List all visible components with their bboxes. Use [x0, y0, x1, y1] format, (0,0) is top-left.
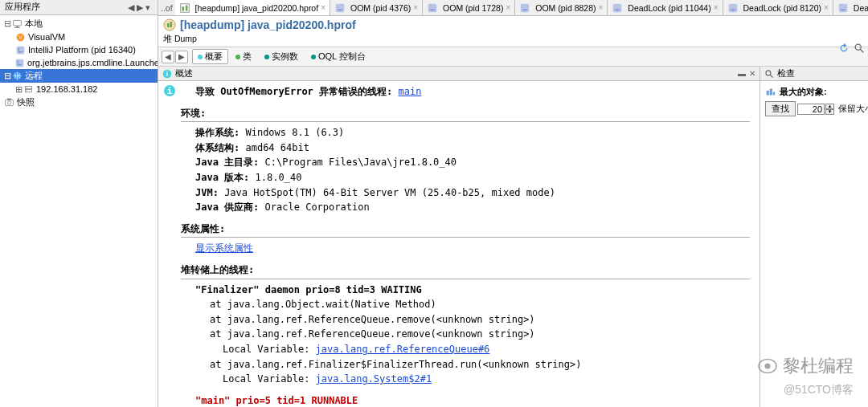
count-input[interactable]: [797, 104, 825, 115]
tree-label: IntelliJ Platform (pid 16340): [28, 45, 136, 55]
tab-oql[interactable]: OQL 控制台: [305, 49, 371, 64]
show-sysprops-link[interactable]: 显示系统属性: [195, 242, 253, 254]
svg-rect-21: [613, 3, 622, 12]
tree-label: org.jetbrains.jps.cmdline.Launcher (: [27, 58, 158, 67]
applications-header: 应用程序 ◀ ▶ ▾: [0, 0, 158, 15]
tab-overview[interactable]: 概要: [192, 49, 228, 64]
env-jvm: JVM: Java HotSpot(TM) 64-Bit Server VM (…: [181, 185, 750, 201]
refresh-icon[interactable]: [838, 43, 850, 54]
find-button[interactable]: 查找: [765, 101, 796, 116]
inspect-panel: 检查 ▬✕ 最大的对象: 查找 ▲▼ 保留大小最大的对象: 查找: [760, 67, 868, 407]
tab-label: OOM (pid 8828): [535, 3, 596, 13]
tree-node-remote-host[interactable]: ⊞ 192.168.31.182: [0, 83, 158, 96]
info-icon: i: [163, 84, 176, 97]
close-icon[interactable]: ×: [599, 3, 604, 12]
java-app-icon: [837, 2, 849, 14]
info-dot-icon: [198, 55, 203, 59]
search-icon: [764, 69, 774, 79]
tab-label: DeadLock (pid 8120): [743, 3, 821, 13]
editor-tabs: ..of [heapdump] java_pid20200.hprof× OOM…: [158, 0, 868, 16]
main-panel: ..of [heapdump] java_pid20200.hprof× OOM…: [158, 0, 868, 407]
overview-header: i 概述 ▬✕: [158, 67, 760, 81]
server-icon: [23, 83, 34, 95]
tab-label: [heapdump] java_pid20200.hprof: [195, 3, 319, 13]
applications-panel: 应用程序 ◀ ▶ ▾ ⊟ 本地 V VisualVM IntelliJ Plat…: [0, 0, 158, 407]
java-app-icon: [14, 44, 26, 55]
tab-deadlock-11044[interactable]: DeadLock (pid 11044)×: [608, 0, 723, 15]
search-icon[interactable]: [854, 43, 865, 54]
tab-oom-1728[interactable]: OOM (pid 1728)×: [423, 0, 515, 15]
tab-deadlock-8120[interactable]: DeadLock (pid 8120)×: [723, 0, 833, 15]
tab-classes[interactable]: 类: [230, 49, 257, 64]
tree-node-jps[interactable]: org.jetbrains.jps.cmdline.Launcher (: [0, 56, 158, 69]
tab-oom-4376[interactable]: OOM (pid 4376)×: [330, 0, 423, 15]
spinner-up[interactable]: ▲: [825, 104, 834, 109]
svg-rect-22: [728, 3, 737, 12]
spinner-down[interactable]: ▼: [825, 109, 834, 115]
svg-text:V: V: [18, 34, 23, 39]
svg-rect-5: [16, 46, 24, 54]
java-app-icon: [727, 2, 739, 14]
local-var-link[interactable]: java.lang.System$2#1: [316, 373, 432, 385]
close-icon[interactable]: ×: [506, 3, 510, 12]
page-subtitle: 堆 Dump: [158, 34, 868, 47]
svg-rect-35: [767, 91, 769, 96]
tree-node-snapshot[interactable]: 快照: [0, 96, 158, 109]
close-icon[interactable]: ✕: [749, 69, 755, 78]
minimize-icon[interactable]: ▬: [738, 69, 746, 78]
biggest-objects-label: 最大的对象:: [765, 86, 868, 98]
nav-forward-button[interactable]: ▶: [175, 51, 188, 63]
nav-back-button[interactable]: ◀: [162, 51, 174, 63]
section-threads: 堆转储上的线程:: [181, 263, 750, 278]
java-app-icon: [427, 2, 438, 14]
close-icon[interactable]: ×: [824, 3, 829, 12]
env-java-home: Java 主目录: C:\Program Files\Java\jre1.8.0…: [181, 155, 750, 170]
svg-rect-16: [182, 6, 184, 10]
tree-node-remote[interactable]: ⊟ 远程: [0, 69, 158, 83]
svg-point-27: [855, 44, 861, 50]
tab-label: DeadLock (pid 20032): [854, 3, 868, 13]
tab-label: OOM (pid 1728): [443, 3, 503, 13]
retain-label: 保留大小最大的对象:: [838, 103, 868, 115]
svg-point-33: [766, 70, 771, 75]
applications-title: 应用程序: [5, 2, 40, 13]
svg-point-10: [26, 87, 27, 88]
tab-deadlock-20032[interactable]: DeadLock (pid 20032)×: [833, 0, 868, 15]
close-icon[interactable]: ×: [413, 3, 418, 12]
panel-controls[interactable]: ◀ ▶ ▾: [125, 2, 153, 12]
svg-line-34: [771, 75, 773, 77]
tree-node-visualvm[interactable]: V VisualVM: [0, 31, 158, 43]
applications-tree: ⊟ 本地 V VisualVM IntelliJ Platform (pid 1…: [0, 15, 158, 407]
tab-instances[interactable]: 实例数: [259, 49, 304, 64]
thread-main: "main" prio=5 tid=1 RUNNABLE: [181, 393, 750, 407]
svg-rect-25: [167, 23, 170, 27]
svg-point-11: [26, 90, 27, 91]
expand-icon[interactable]: ⊞: [14, 84, 23, 95]
tab-label: 概要: [205, 51, 223, 63]
tabs-prefix: ..of: [158, 3, 175, 13]
close-icon[interactable]: ×: [321, 3, 326, 12]
env-arch: 体系结构: amd64 64bit: [181, 140, 750, 156]
java-app-icon: [14, 57, 25, 68]
collapse-icon[interactable]: ⊟: [3, 18, 11, 29]
svg-rect-15: [180, 3, 189, 12]
section-sysprops: 系统属性:: [181, 222, 750, 237]
tree-node-intellij[interactable]: IntelliJ Platform (pid 16340): [0, 43, 158, 56]
local-var-link[interactable]: java.lang.ref.ReferenceQueue#6: [316, 344, 490, 355]
page-title: [heapdump] java_pid20200.hprof: [180, 18, 356, 31]
tab-heapdump[interactable]: [heapdump] java_pid20200.hprof×: [175, 0, 330, 15]
svg-rect-12: [5, 100, 13, 105]
tab-oom-8828[interactable]: OOM (pid 8828)×: [515, 0, 608, 15]
thread-main-link[interactable]: main: [399, 86, 422, 97]
java-app-icon: [519, 2, 530, 14]
svg-rect-20: [521, 3, 530, 12]
stack-line: Local Variable: java.lang.ref.ReferenceQ…: [181, 342, 750, 357]
page-title-row: [heapdump] java_pid20200.hprof: [158, 16, 868, 34]
svg-rect-17: [185, 5, 187, 10]
collapse-icon[interactable]: ⊟: [3, 71, 11, 81]
thread-finalizer: "Finalizer" daemon prio=8 tid=3 WAITING: [181, 283, 750, 298]
tree-node-local[interactable]: ⊟ 本地: [0, 17, 158, 31]
section-environment: 环境:: [181, 106, 750, 121]
close-icon[interactable]: ×: [714, 3, 719, 12]
env-os: 操作系统: Windows 8.1 (6.3): [181, 125, 750, 140]
